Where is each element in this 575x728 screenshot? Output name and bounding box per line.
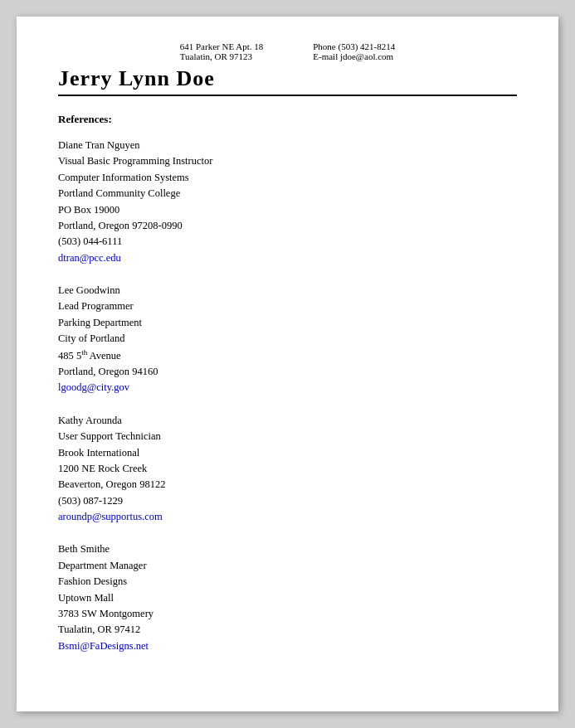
ref1-name: Diane Tran Nguyen bbox=[58, 138, 517, 153]
email-label: E-mail jdoe@aol.com bbox=[313, 51, 395, 61]
full-name: Jerry Lynn Doe bbox=[58, 66, 215, 90]
ref1-dept: Computer Information Systems bbox=[58, 170, 517, 186]
phone-label: Phone (503) 421-8214 bbox=[313, 41, 395, 51]
reference-1: Diane Tran Nguyen Visual Basic Programmi… bbox=[58, 138, 517, 266]
ref4-address1: 3783 SW Montgomery bbox=[58, 606, 517, 622]
ref2-dept: Parking Department bbox=[58, 315, 517, 331]
ref1-email: dtran@pcc.edu bbox=[58, 250, 517, 266]
ref4-title: Department Manager bbox=[58, 558, 517, 574]
header-phone-email: Phone (503) 421-8214 E-mail jdoe@aol.com bbox=[313, 41, 395, 61]
ref3-address2: Beaverton, Oregon 98122 bbox=[58, 477, 517, 493]
address-line1: 641 Parker NE Apt. 18 bbox=[180, 41, 264, 51]
name-section: Jerry Lynn Doe bbox=[58, 66, 517, 96]
ref3-phone: (503) 087-1229 bbox=[58, 493, 517, 509]
header-contact: 641 Parker NE Apt. 18 Tualatin, OR 97123… bbox=[58, 41, 517, 61]
ref2-name: Lee Goodwinn bbox=[58, 283, 517, 298]
address-line2: Tualatin, OR 97123 bbox=[180, 51, 264, 61]
ref2-address1: 485 5th Avenue bbox=[58, 347, 517, 365]
ref3-dept: Brook International bbox=[58, 445, 517, 461]
resume-page: 641 Parker NE Apt. 18 Tualatin, OR 97123… bbox=[17, 17, 558, 711]
references-label: References: bbox=[58, 113, 517, 126]
ref1-address2: Portland, Oregon 97208-0990 bbox=[58, 218, 517, 234]
ref4-org: Uptown Mall bbox=[58, 590, 517, 606]
reference-2: Lee Goodwinn Lead Programmer Parking Dep… bbox=[58, 283, 517, 396]
ref2-email: lgoodg@city.gov bbox=[58, 380, 517, 396]
ref1-address1: PO Box 19000 bbox=[58, 202, 517, 218]
ref3-email: aroundp@supportus.com bbox=[58, 509, 517, 525]
header-address: 641 Parker NE Apt. 18 Tualatin, OR 97123 bbox=[180, 41, 264, 61]
ref3-address1: 1200 NE Rock Creek bbox=[58, 461, 517, 477]
ref1-title: Visual Basic Programming Instructor bbox=[58, 153, 517, 169]
ref2-title: Lead Programmer bbox=[58, 298, 517, 314]
references-section: References: Diane Tran Nguyen Visual Bas… bbox=[58, 113, 517, 654]
ref3-name: Kathy Arounda bbox=[58, 413, 517, 429]
ref4-email: Bsmi@FaDesigns.net bbox=[58, 638, 517, 654]
ref2-address2: Portland, Oregon 94160 bbox=[58, 364, 517, 380]
ref4-dept: Fashion Designs bbox=[58, 574, 517, 590]
reference-4: Beth Smithe Department Manager Fashion D… bbox=[58, 541, 517, 654]
reference-3: Kathy Arounda User Support Technician Br… bbox=[58, 413, 517, 526]
ref2-org: City of Portland bbox=[58, 331, 517, 347]
ref4-name: Beth Smithe bbox=[58, 541, 517, 557]
ref4-address2: Tualatin, OR 97412 bbox=[58, 622, 517, 638]
ref1-phone: (503) 044-6111 bbox=[58, 234, 517, 250]
ref3-title: User Support Technician bbox=[58, 429, 517, 444]
ref1-org: Portland Community College bbox=[58, 186, 517, 201]
